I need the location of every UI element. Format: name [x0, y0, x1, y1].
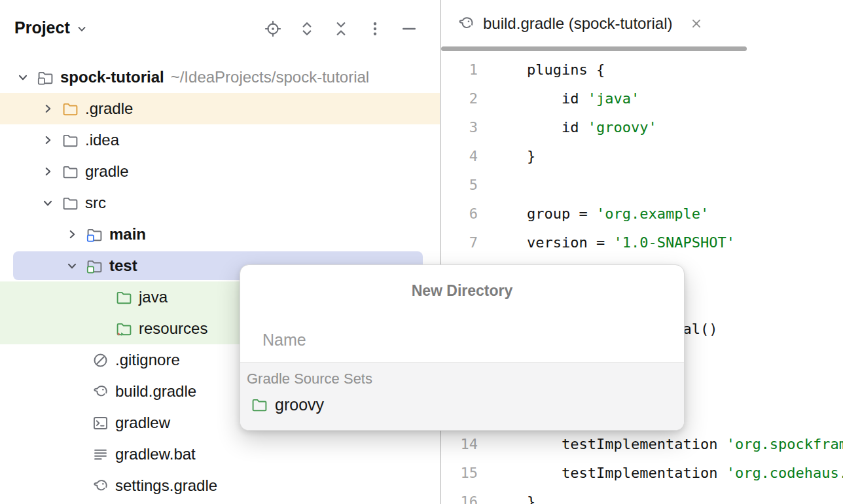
- terminal-script-icon: [92, 414, 109, 432]
- tree-item-label: java: [139, 288, 168, 306]
- suggestion-label: groovy: [275, 395, 324, 414]
- tree-item-label: .idea: [85, 131, 119, 149]
- line-number: 16: [441, 488, 478, 504]
- tab-build-gradle[interactable]: build.gradle (spock-tutorial): [457, 14, 704, 33]
- chevron-right-icon[interactable]: [41, 101, 55, 116]
- tree-item-label: build.gradle: [115, 382, 196, 401]
- source-folder-icon: [86, 226, 103, 243]
- panel-title: Project: [14, 18, 70, 37]
- line-number: 6: [441, 200, 478, 228]
- gradle-file-icon: [92, 477, 109, 495]
- gradle-file-icon: [457, 14, 475, 33]
- tree-item-src[interactable]: src: [0, 187, 440, 219]
- collapse-all-button[interactable]: [332, 20, 350, 38]
- code-line: id 'java': [527, 84, 843, 113]
- tab-title: build.gradle (spock-tutorial): [483, 14, 672, 33]
- chevron-right-icon[interactable]: [41, 133, 55, 147]
- project-path: ~/IdeaProjects/spock-tutorial: [171, 68, 369, 86]
- test-folder-icon: [86, 257, 103, 275]
- hide-panel-button[interactable]: [400, 20, 418, 38]
- line-number: 5: [441, 171, 478, 200]
- suggestion-groovy[interactable]: groovy: [245, 390, 684, 419]
- tree-item-label: .gitignore: [115, 351, 180, 369]
- tree-item-label: .gradle: [85, 99, 133, 118]
- tree-item-label: test: [109, 257, 137, 275]
- chevron-right-icon[interactable]: [41, 164, 55, 179]
- folder-icon: [62, 163, 79, 181]
- popup-suggestions: Gradle Source Sets groovy: [240, 362, 684, 430]
- code-line: id 'groovy': [527, 113, 843, 142]
- folder-icon: [62, 194, 79, 212]
- tree-item-idea[interactable]: .idea: [0, 124, 440, 156]
- folder-icon: [251, 396, 268, 414]
- tree-item-label: gradle: [85, 162, 129, 181]
- tree-item-label: settings.gradle: [115, 477, 217, 495]
- tree-item-main[interactable]: main: [0, 219, 440, 250]
- tree-item-settings-gradle[interactable]: settings.gradle: [0, 470, 440, 501]
- new-directory-popup: New Directory Gradle Source Sets groovy: [240, 264, 685, 431]
- line-number: 15: [441, 459, 478, 488]
- test-sources-folder-icon: [115, 289, 133, 306]
- tree-item-label: gradlew.bat: [115, 445, 196, 463]
- code-line: version = '1.0-SNAPSHOT': [527, 228, 843, 257]
- tree-item-label: resources: [139, 319, 207, 338]
- project-view-selector[interactable]: Project: [14, 18, 88, 37]
- chevron-down-icon[interactable]: [41, 196, 55, 210]
- popup-title: New Directory: [240, 282, 684, 300]
- chevron-right-icon[interactable]: [65, 227, 79, 242]
- line-number: 2: [441, 84, 478, 113]
- ignore-file-icon: [92, 351, 109, 369]
- code-line: group = 'org.example': [527, 200, 843, 228]
- line-number: 3: [441, 113, 478, 142]
- text-file-icon: [92, 446, 109, 463]
- tree-item-gradle[interactable]: gradle: [0, 156, 440, 187]
- expand-all-button[interactable]: [298, 20, 316, 38]
- section-label: Gradle Source Sets: [247, 370, 684, 387]
- project-folder-icon: [37, 69, 54, 86]
- tree-item-label: main: [109, 225, 146, 243]
- directory-name-input[interactable]: [240, 316, 684, 363]
- chevron-down-icon: [75, 22, 88, 35]
- line-number: 7: [441, 228, 478, 257]
- tree-item-spock-tutorial[interactable]: spock-tutorial ~/IdeaProjects/spock-tuto…: [0, 62, 440, 93]
- line-number: 4: [441, 142, 478, 171]
- more-options-button[interactable]: [366, 20, 384, 38]
- code-line: }: [527, 488, 843, 504]
- tree-item-label: spock-tutorial: [60, 68, 164, 86]
- chevron-down-icon[interactable]: [16, 70, 30, 84]
- tree-item-label: gradlew: [115, 414, 170, 432]
- code-line: [527, 171, 843, 200]
- editor-tab-bar: build.gradle (spock-tutorial): [441, 0, 704, 47]
- tree-item-gradlew-bat[interactable]: gradlew.bat: [0, 439, 440, 470]
- folder-icon: [62, 100, 79, 118]
- code-line: testImplementation 'org.codehaus.groovy:…: [527, 459, 843, 488]
- test-resources-folder-icon: [115, 320, 133, 338]
- line-number: 14: [441, 430, 478, 459]
- tree-item-label: src: [85, 194, 106, 212]
- folder-icon: [62, 132, 79, 149]
- code-line: }: [527, 142, 843, 171]
- select-opened-file-button[interactable]: [264, 20, 282, 38]
- gradle-file-icon: [92, 383, 109, 401]
- chevron-down-icon[interactable]: [65, 259, 79, 273]
- horizontal-scrollbar[interactable]: [441, 46, 747, 51]
- code-line: testImplementation 'org.spockframework:s…: [527, 430, 843, 459]
- line-number: 1: [441, 56, 478, 84]
- close-tab-icon[interactable]: [689, 16, 704, 31]
- tree-item-gradle-dot[interactable]: .gradle: [0, 93, 440, 124]
- code-line: plugins {: [527, 56, 843, 84]
- project-panel-header: Project: [0, 0, 440, 58]
